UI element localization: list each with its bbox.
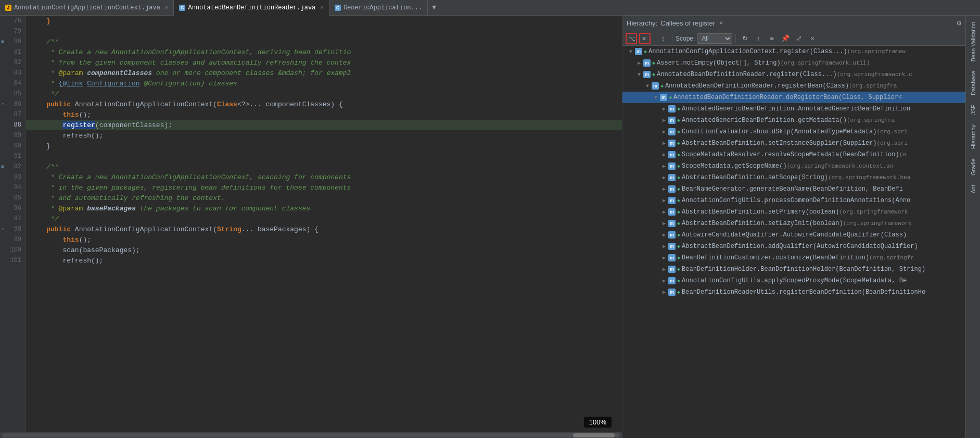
package-text: (org.springframework (839, 209, 908, 215)
close-panel-btn[interactable]: × (807, 33, 818, 44)
code-token: ... basePackages) { (241, 226, 319, 233)
tree-expand-icon[interactable]: ▶ (660, 231, 668, 239)
tree-item[interactable]: ▶m◆AbstractBeanDefinition.setPrimary(boo… (622, 206, 965, 218)
settings-icon[interactable]: ⚙ (957, 19, 961, 28)
tree-item[interactable]: ▶m◆BeanDefinitionCustomizer.customize(Be… (622, 252, 965, 264)
tree-item[interactable]: ▶m◆AbstractBeanDefinition.setInstanceSup… (622, 137, 965, 149)
tree-expand-icon[interactable]: ▶ (660, 208, 668, 216)
tree-item[interactable]: ▶m◆AbstractBeanDefinition.setScope(Strin… (622, 172, 965, 183)
svg-text:⌥: ⌥ (629, 35, 635, 42)
code-token: */ (30, 90, 59, 98)
tree-expand-icon[interactable]: ▶ (660, 116, 668, 124)
tree-item[interactable]: ▼m◆AnnotatedBeanDefinitionReader.doRegis… (622, 92, 965, 103)
tree-expand-icon[interactable]: ▶ (660, 139, 668, 147)
code-token (83, 80, 87, 87)
scope-select[interactable]: All Project Test (697, 33, 732, 44)
tree-expand-icon[interactable]: ▼ (652, 93, 660, 102)
tree-item[interactable]: ▶m◆BeanDefinitionReaderUtils.registerBea… (622, 286, 965, 298)
tree-item[interactable]: ▼m◆AnnotatedBeanDefinitionReader.registe… (622, 69, 965, 80)
tree-item[interactable]: ▶m◆AnnotationConfigUtils.processCommonDe… (622, 195, 965, 206)
tree-item[interactable]: ▶m◆AutowireCandidateQualifier.AutowireCa… (622, 229, 965, 241)
tree-expand-icon[interactable]: ▶ (660, 128, 668, 136)
tree-expand-icon[interactable]: ▶ (660, 219, 668, 228)
tree-expand-icon[interactable]: ▼ (627, 47, 635, 56)
collapse-all-btn[interactable]: ⌥ (626, 33, 637, 44)
align-btn[interactable]: ≡ (766, 33, 778, 44)
expand-all-btn[interactable]: ✕ (639, 33, 651, 44)
refresh-btn[interactable]: ↻ (739, 33, 750, 44)
line-num-79: 79 (0, 26, 26, 36)
tree-item[interactable]: ▶m◆AnnotatedGenericBeanDefinition.Annota… (622, 103, 965, 115)
tree-expand-icon[interactable]: ▶ (660, 105, 668, 113)
tree-item[interactable]: ▶m◆ConditionEvaluator.shouldSkip(Annotat… (622, 126, 965, 137)
tree-item[interactable]: ▶m◆AbstractBeanDefinition.addQualifier(A… (622, 241, 965, 252)
method-icon: m (660, 94, 667, 101)
sidebar-tab-jsf[interactable]: JSF (968, 101, 978, 119)
tree-expand-icon[interactable]: ▶ (660, 265, 668, 273)
sidebar-tab-ant[interactable]: Ant (968, 181, 978, 198)
method-name: AnnotatedBeanDefinitionReader.registerBe… (665, 82, 849, 90)
tree-expand-icon[interactable]: ▶ (660, 288, 668, 296)
tree-expand-icon[interactable]: ▶ (660, 173, 668, 182)
code-line-80: /** (26, 36, 622, 47)
method-icon: m (668, 220, 676, 227)
method-name: BeanNameGenerator.generateBeanName(BeanD… (682, 185, 903, 193)
line-num-100: 100 (0, 245, 26, 255)
align-icon: ≡ (770, 34, 774, 42)
tree-expand-icon[interactable]: ▶ (660, 162, 668, 170)
method-icon: m (668, 208, 676, 216)
sidebar-tab-bean-validation[interactable]: Bean Validation (968, 18, 978, 66)
tree-item[interactable]: ▶m◆Assert.notEmpty(Object[], String) (or… (622, 57, 965, 69)
line-num-87: 87 (0, 109, 26, 120)
tree-item[interactable]: ▶m◆ScopeMetadata.getScopeName() (org.spr… (622, 160, 965, 172)
tree-item[interactable]: ▶m◆ScopeMetadataResolver.resolveScopeMet… (622, 149, 965, 160)
tree-item[interactable]: ▶m◆AnnotatedGenericBeanDefinition.getMet… (622, 115, 965, 126)
method-icon: m (668, 151, 676, 158)
tree-expand-icon[interactable]: ▼ (643, 82, 652, 90)
code-lines[interactable]: } /** * Create a new AnnotationConfigApp… (26, 16, 622, 432)
sidebar-tab-gradle[interactable]: Gradle (968, 154, 978, 180)
expand-window-btn[interactable]: ⤢ (793, 33, 805, 44)
visibility-dot: ◆ (652, 60, 655, 66)
tree-expand-icon[interactable]: ▶ (660, 254, 668, 262)
tree-item[interactable]: ▶m◆BeanNameGenerator.generateBeanName(Be… (622, 183, 965, 195)
hierarchy-tree[interactable]: ▼m◆AnnotationConfigApplicationContext.re… (622, 46, 965, 438)
tree-expand-icon[interactable]: ▶ (660, 185, 668, 193)
navigate-up-btn[interactable]: ↑ (753, 33, 764, 44)
tree-expand-icon[interactable]: ▼ (635, 70, 643, 79)
sidebar-tab-hierarchy[interactable]: Hierarchy (968, 120, 978, 153)
tree-expand-icon[interactable]: ▶ (635, 59, 643, 67)
tree-expand-icon[interactable]: ▶ (660, 277, 668, 285)
package-text: (org.spri (877, 140, 908, 146)
sidebar-tab-database[interactable]: Database (968, 67, 978, 99)
scrollbar-thumb[interactable] (573, 433, 615, 437)
method-icon: m (643, 59, 651, 67)
tree-expand-icon[interactable]: ▶ (660, 242, 668, 251)
pin-btn[interactable]: 📌 (780, 33, 791, 44)
tab-close-btn[interactable]: × (320, 5, 324, 11)
method-icon: m (668, 266, 676, 273)
tab-close-btn[interactable]: × (165, 5, 169, 11)
visibility-dot: ◆ (677, 278, 680, 284)
tab-generic-app[interactable]: C GenericApplication... (329, 0, 428, 16)
tab-annotation-config[interactable]: J AnnotationConfigApplicationContext.jav… (0, 0, 174, 16)
visibility-dot: ◆ (677, 152, 680, 158)
editor-area: 78 79 ≡80 81 82 83 84 85 ○86 87 88 89 90… (0, 16, 622, 438)
hierarchy-close-btn[interactable]: × (719, 20, 723, 27)
scrollbar-track[interactable] (2, 433, 620, 437)
code-line-94: * in the given packages, registering bea… (26, 182, 622, 193)
tab-overflow-btn[interactable]: ▼ (428, 4, 440, 11)
tab-annotated-bean[interactable]: C AnnotatedBeanDefinitionReader.java × (174, 0, 329, 16)
tree-item[interactable]: ▶m◆AbstractBeanDefinition.setLazyInit(bo… (622, 218, 965, 229)
tree-item[interactable]: ▶m◆AnnotationConfigUtils.applyScopedProx… (622, 275, 965, 286)
sort-btn[interactable]: ↕ (657, 33, 669, 44)
code-token: <?>... componentClasses) { (237, 101, 343, 108)
tree-item[interactable]: ▶m◆BeanDefinitionHolder.BeanDefinitionHo… (622, 264, 965, 275)
tree-expand-icon[interactable]: ▶ (660, 151, 668, 159)
code-token: @param (59, 205, 83, 212)
editor-scrollbar[interactable] (0, 432, 622, 438)
tree-expand-icon[interactable]: ▶ (660, 196, 668, 205)
tree-item[interactable]: ▼m◆AnnotationConfigApplicationContext.re… (622, 46, 965, 57)
tree-item[interactable]: ▼m◆AnnotatedBeanDefinitionReader.registe… (622, 80, 965, 92)
code-line-81: * Create a new AnnotationConfigApplicati… (26, 47, 622, 57)
